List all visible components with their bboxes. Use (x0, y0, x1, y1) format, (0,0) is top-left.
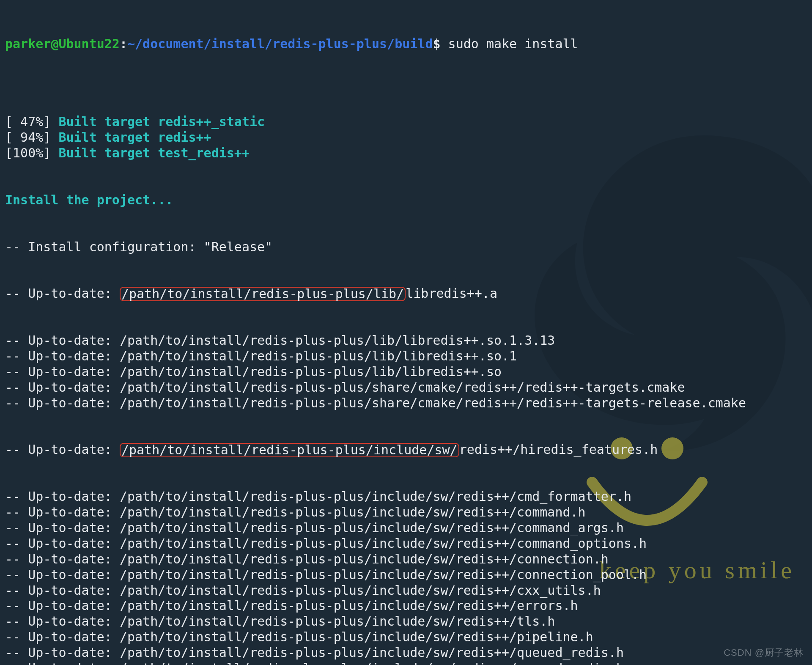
output-line: -- Up-to-date: /path/to/install/redis-pl… (5, 629, 807, 645)
prompt-line: parker@Ubuntu22:~/document/install/redis… (5, 36, 807, 52)
output-line: -- Up-to-date: /path/to/install/redis-pl… (5, 364, 807, 380)
build-progress-line: [ 47%] Built target redis++_static (5, 114, 807, 130)
prompt-sep: : (120, 36, 127, 51)
output-line: -- Up-to-date: /path/to/install/redis-pl… (5, 489, 807, 505)
build-progress-line: [ 94%] Built target redis++ (5, 130, 807, 146)
install-heading: Install the project... (5, 192, 807, 208)
build-progress-line: [100%] Built target test_redis++ (5, 146, 807, 161)
output-line: -- Up-to-date: /path/to/install/redis-pl… (5, 567, 807, 583)
output-line: -- Up-to-date: /path/to/install/redis-pl… (5, 396, 807, 411)
output-line: -- Up-to-date: /path/to/install/redis-pl… (5, 349, 807, 364)
output-line-highlight-include: -- Up-to-date: /path/to/install/redis-pl… (5, 442, 807, 458)
output-line: -- Up-to-date: /path/to/install/redis-pl… (5, 333, 807, 349)
terminal-output[interactable]: parker@Ubuntu22:~/document/install/redis… (0, 0, 812, 665)
output-line: -- Up-to-date: /path/to/install/redis-pl… (5, 505, 807, 520)
output-line: -- Up-to-date: /path/to/install/redis-pl… (5, 661, 807, 665)
prompt-sigil: $ (433, 36, 440, 51)
output-line: -- Install configuration: "Release" (5, 239, 807, 255)
output-line: -- Up-to-date: /path/to/install/redis-pl… (5, 614, 807, 629)
output-suffix: redis++/hiredis_features.h (459, 442, 658, 457)
output-line: -- Up-to-date: /path/to/install/redis-pl… (5, 552, 807, 567)
annotation-box-lib: /path/to/install/redis-plus-plus/lib/ (120, 287, 406, 301)
output-line: -- Up-to-date: /path/to/install/redis-pl… (5, 536, 807, 552)
output-prefix: -- Up-to-date: (5, 286, 120, 301)
output-line: -- Up-to-date: /path/to/install/redis-pl… (5, 598, 807, 614)
prompt-cwd: ~/document/install/redis-plus-plus/build (127, 36, 433, 51)
command-text: sudo make install (448, 36, 578, 51)
prompt-user: parker@Ubuntu22 (5, 36, 120, 51)
annotation-box-include: /path/to/install/redis-plus-plus/include… (120, 443, 459, 457)
output-suffix: libredis++.a (406, 286, 497, 301)
watermark-text: CSDN @厨子老林 (724, 645, 804, 661)
output-line: -- Up-to-date: /path/to/install/redis-pl… (5, 380, 807, 396)
output-line-highlight-lib: -- Up-to-date: /path/to/install/redis-pl… (5, 286, 807, 302)
output-prefix: -- Up-to-date: (5, 442, 120, 457)
output-line: -- Up-to-date: /path/to/install/redis-pl… (5, 520, 807, 536)
output-line: -- Up-to-date: /path/to/install/redis-pl… (5, 645, 807, 661)
output-line: -- Up-to-date: /path/to/install/redis-pl… (5, 583, 807, 599)
